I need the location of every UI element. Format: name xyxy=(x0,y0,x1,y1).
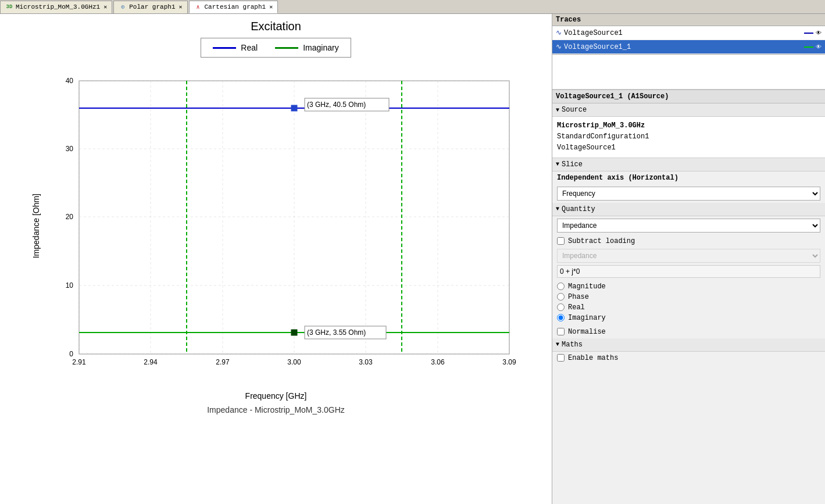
radio-group: Magnitude Phase Real Imaginary xyxy=(552,279,825,326)
plot-container: (3 GHz, 40.5 Ohm) (3 GHz, 3.55 Ohm) 2.91… xyxy=(44,63,521,389)
trace-0-icon: ∿ xyxy=(556,28,562,37)
independent-axis-label: Independent axis (Horizontal) xyxy=(552,171,825,184)
radio-real-label: Real xyxy=(568,303,585,312)
right-panel: Traces ∿ VoltageSource1 👁 ∿ VoltageSourc… xyxy=(552,14,825,504)
trace-1-name: VoltageSource1_1 xyxy=(564,43,802,51)
trace-1-color-line xyxy=(804,47,813,48)
svg-text:2.97: 2.97 xyxy=(216,358,230,366)
legend-real-label: Real xyxy=(241,43,258,52)
radio-imaginary: Imaginary xyxy=(557,313,820,323)
cartesian-icon: ∧ xyxy=(194,3,202,11)
maths-content: Enable maths xyxy=(552,352,825,364)
svg-text:0: 0 xyxy=(69,350,73,358)
svg-text:40: 40 xyxy=(65,77,73,85)
svg-text:2.94: 2.94 xyxy=(144,358,158,366)
svg-text:(3 GHz, 40.5 Ohm): (3 GHz, 40.5 Ohm) xyxy=(307,101,366,109)
legend-imaginary-label: Imaginary xyxy=(303,43,338,52)
radio-phase-label: Phase xyxy=(568,293,589,301)
svg-rect-18 xyxy=(291,330,297,335)
normalise-label: Normalise xyxy=(568,328,606,336)
trace-item-1[interactable]: ∿ VoltageSource1_1 👁 xyxy=(552,40,825,54)
properties-section[interactable]: ▼ Source Microstrip_MoM_3.0GHz StandardC… xyxy=(552,103,825,504)
tab-bar: 3D Microstrip_MoM_3.0GHz1 ✕ ⊙ Polar grap… xyxy=(0,0,825,14)
radio-imaginary-label: Imaginary xyxy=(568,314,606,322)
radio-phase: Phase xyxy=(557,292,820,302)
source-line-1: StandardConfiguration1 xyxy=(557,131,820,142)
trace-item-0[interactable]: ∿ VoltageSource1 👁 xyxy=(552,26,825,40)
maths-section-header[interactable]: ▼ Maths xyxy=(552,338,825,352)
slice-content: Independent axis (Horizontal) Frequency xyxy=(552,171,825,203)
svg-text:3.03: 3.03 xyxy=(359,358,373,366)
normalise-row: Normalise xyxy=(552,326,825,338)
slice-triangle: ▼ xyxy=(556,161,559,167)
tab-cartesian-label: Cartesian graph1 xyxy=(205,3,266,10)
complex-input[interactable] xyxy=(557,265,820,278)
chart-footer: Impedance - Microstrip_MoM_3.0GHz xyxy=(207,405,345,414)
radio-magnitude-input[interactable] xyxy=(557,283,565,290)
svg-rect-17 xyxy=(291,105,297,111)
svg-text:20: 20 xyxy=(65,213,73,221)
enable-maths-row: Enable maths xyxy=(552,352,825,364)
radio-imaginary-input[interactable] xyxy=(557,314,565,321)
svg-text:3.09: 3.09 xyxy=(502,358,516,366)
radio-real-input[interactable] xyxy=(557,303,565,311)
tab-polar-label: Polar graph1 xyxy=(129,3,175,10)
source-triangle: ▼ xyxy=(556,107,559,113)
enable-maths-label: Enable maths xyxy=(568,354,618,362)
subtract-loading-checkbox[interactable] xyxy=(557,237,565,245)
source-line-2: VoltageSource1 xyxy=(557,142,820,153)
svg-text:3.00: 3.00 xyxy=(287,358,301,366)
quantity-content: Impedance Admittance S-Parameters Subtra… xyxy=(552,216,825,338)
trace-1-icon: ∿ xyxy=(556,42,562,51)
legend-box: Real Imaginary xyxy=(201,38,351,58)
trace-1-eye[interactable]: 👁 xyxy=(816,44,822,51)
trace-0-name: VoltageSource1 xyxy=(564,29,802,37)
microstrip-icon: 3D xyxy=(5,3,13,11)
tab-microstrip[interactable]: 3D Microstrip_MoM_3.0GHz1 ✕ xyxy=(0,1,112,13)
x-axis-label: Frequency [GHz] xyxy=(245,391,307,401)
legend-real-line xyxy=(213,47,236,49)
svg-text:3.06: 3.06 xyxy=(431,358,445,366)
subtract-loading-label: Subtract loading xyxy=(568,237,635,245)
traces-header: Traces xyxy=(552,14,825,26)
plot-svg: (3 GHz, 40.5 Ohm) (3 GHz, 3.55 Ohm) 2.91… xyxy=(44,63,521,389)
tab-polar[interactable]: ⊙ Polar graph1 ✕ xyxy=(113,1,187,13)
subtract-loading-row: Subtract loading xyxy=(552,235,825,248)
trace-0-color-line xyxy=(804,33,813,34)
svg-text:(3 GHz, 3.55 Ohm): (3 GHz, 3.55 Ohm) xyxy=(307,328,366,337)
legend-imaginary: Imaginary xyxy=(275,43,338,52)
enable-maths-checkbox[interactable] xyxy=(557,354,565,362)
frequency-select[interactable]: Frequency xyxy=(557,187,820,201)
quantity-section-label: Quantity xyxy=(562,205,595,213)
chart-area: Excitation Real Imaginary Impedance [Ohm… xyxy=(0,14,552,504)
chart-title: Excitation xyxy=(251,20,301,33)
slice-section-header[interactable]: ▼ Slice xyxy=(552,158,825,171)
impedance-select[interactable]: Impedance Admittance S-Parameters xyxy=(557,219,820,233)
trace-list: ∿ VoltageSource1 👁 ∿ VoltageSource1_1 👁 xyxy=(552,26,825,55)
trace-extra-space xyxy=(552,55,825,90)
normalise-checkbox[interactable] xyxy=(557,328,565,335)
legend-real: Real xyxy=(213,43,258,52)
impedance-select2: Impedance xyxy=(557,249,820,263)
trace-0-eye[interactable]: 👁 xyxy=(816,30,822,37)
maths-section-label: Maths xyxy=(562,341,583,349)
trace-1-actions: 👁 xyxy=(804,44,822,51)
source-section-label: Source xyxy=(562,106,587,114)
tab-cartesian-close[interactable]: ✕ xyxy=(269,3,273,10)
svg-text:10: 10 xyxy=(65,281,73,289)
tab-microstrip-close[interactable]: ✕ xyxy=(103,3,107,10)
y-axis-label: Impedance [Ohm] xyxy=(31,194,41,258)
radio-phase-input[interactable] xyxy=(557,293,565,301)
legend-imaginary-line xyxy=(275,47,298,49)
tab-cartesian[interactable]: ∧ Cartesian graph1 ✕ xyxy=(189,1,278,13)
source-section-header[interactable]: ▼ Source xyxy=(552,103,825,117)
svg-text:2.91: 2.91 xyxy=(72,358,86,366)
radio-magnitude: Magnitude xyxy=(557,281,820,292)
tab-microstrip-label: Microstrip_MoM_3.0GHz1 xyxy=(16,3,100,10)
radio-real: Real xyxy=(557,302,820,313)
tab-polar-close[interactable]: ✕ xyxy=(178,3,182,10)
source-content: Microstrip_MoM_3.0GHz StandardConfigurat… xyxy=(552,117,825,158)
quantity-section-header[interactable]: ▼ Quantity xyxy=(552,203,825,216)
trace-0-actions: 👁 xyxy=(804,30,822,37)
slice-section-label: Slice xyxy=(562,160,583,169)
